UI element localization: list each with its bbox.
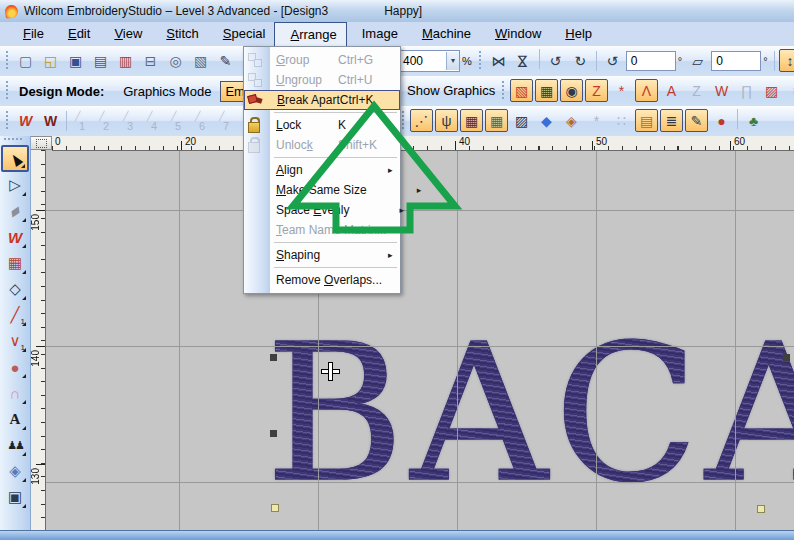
run-digitize-tool[interactable]: ╱1 [2, 302, 28, 328]
embroidery-lettering-object[interactable]: BACA [265, 319, 794, 509]
skew-icon[interactable]: ▱ [686, 49, 709, 72]
rotate-reset-icon[interactable]: ↺ [601, 49, 624, 72]
show-bitmap-icon[interactable]: ▨ [510, 109, 533, 132]
show-guides-icon[interactable]: ▦ [485, 109, 508, 132]
export-design-icon[interactable]: ▥ [114, 50, 137, 73]
select-tool[interactable]: ▲ [1, 145, 29, 172]
menu-view[interactable]: View [99, 22, 151, 46]
e-stitch-icon[interactable]: * [610, 79, 633, 102]
gridline-horizontal [45, 482, 794, 483]
selection-handle[interactable] [757, 505, 765, 513]
knife-tool[interactable]: ▰ [2, 198, 28, 224]
menu-item-align[interactable]: Align▸ [244, 160, 400, 180]
menu-item-make-same-size[interactable]: Make Same Size▸ [244, 180, 400, 200]
menu-arrange[interactable]: Arrange [274, 22, 346, 46]
satin-stitch-icon[interactable]: ▧ [510, 79, 533, 102]
reshape-nodes-tool[interactable]: ◇ [2, 276, 28, 302]
rotate-cw-icon[interactable]: ↻ [569, 49, 592, 72]
print-preview-icon[interactable]: ◎ [164, 50, 187, 73]
bottom-scroll-strip[interactable] [0, 530, 794, 540]
toolbar-grip[interactable] [5, 81, 10, 101]
triple-run-tool[interactable]: ∨1 [2, 328, 28, 354]
toolbar-grip[interactable] [5, 51, 10, 71]
menu-machine[interactable]: Machine [407, 22, 480, 46]
menu-edit[interactable]: Edit [53, 22, 99, 46]
program-split-icon: ▨ [760, 79, 783, 102]
lettering-colors-icon[interactable]: W [14, 110, 37, 133]
circle-tool[interactable]: ● [2, 354, 28, 380]
stemstitch-icon[interactable]: W [710, 79, 733, 102]
zoom-level-combobox[interactable]: 400 ▾ [398, 50, 460, 72]
team-names-tool[interactable]: ♟♟ [2, 432, 28, 458]
punch-tool-icon[interactable]: ✎ [214, 50, 237, 73]
tatami-stitch-icon[interactable]: ▦ [535, 79, 558, 102]
toolbox-grip[interactable] [4, 138, 24, 144]
object-properties-icon[interactable]: ✎ [685, 109, 708, 132]
show-design-icon[interactable]: ◈ [560, 109, 583, 132]
ring-tool[interactable]: ∩ [2, 380, 28, 406]
show-bitmap-icon: ▨ [515, 113, 528, 129]
menu-window[interactable]: Window [480, 22, 550, 46]
color-film-icon[interactable]: ▤ [635, 109, 658, 132]
selection-handle[interactable] [270, 430, 277, 437]
stitch-bars-icon[interactable]: ≣ [660, 109, 683, 132]
graphics-mode-button[interactable]: Graphics Mode [114, 81, 220, 102]
auto-underlay-icon[interactable]: ↕ [779, 49, 794, 72]
tatami-stitch-icon: ▦ [540, 83, 553, 99]
menu-help[interactable]: Help [550, 22, 601, 46]
rotate-ccw-icon[interactable]: ↺ [544, 49, 567, 72]
show-graphics-button[interactable]: Show Graphics [398, 80, 504, 101]
lettering-edit-tool[interactable]: W [2, 224, 28, 250]
ruler-horizontal[interactable]: 020405060 [52, 136, 794, 151]
border-tool[interactable]: ▣ [2, 484, 28, 510]
new-design-icon[interactable]: ▢ [14, 50, 37, 73]
monogram-tool[interactable]: ◈ [2, 458, 28, 484]
needle-points-icon[interactable]: ψ [435, 109, 458, 132]
print-icon[interactable]: ⊟ [139, 50, 162, 73]
menu-special[interactable]: Special [208, 22, 275, 46]
menu-item-shaping[interactable]: Shaping▸ [244, 245, 400, 265]
group-icon [244, 52, 270, 68]
zigzag-stitch-icon[interactable]: Z [585, 79, 608, 102]
menu-item-lock[interactable]: LockK [244, 115, 400, 135]
selection-handle[interactable] [271, 504, 279, 512]
ruler-origin-button[interactable] [30, 136, 52, 150]
menu-image[interactable]: Image [347, 22, 407, 46]
lettering-tool[interactable]: A [2, 406, 28, 432]
mirror-horizontal-icon[interactable]: ⋈ [487, 49, 510, 72]
open-design-icon[interactable]: ◱ [39, 50, 62, 73]
menu-item-space-evenly[interactable]: Space Evenly▸ [244, 200, 400, 220]
show-grid-icon[interactable]: ▦ [460, 109, 483, 132]
toolbar-grip[interactable] [501, 81, 506, 101]
menu-item-align-label-accelerator: A [276, 163, 284, 177]
menu-stitch[interactable]: Stitch [151, 22, 208, 46]
insert-design-icon[interactable]: ▤ [89, 50, 112, 73]
contour-stitch-icon[interactable]: Λ [635, 79, 658, 102]
show-vectors-icon[interactable]: ◆ [535, 109, 558, 132]
ruler-vertical[interactable]: 150140130 [30, 150, 46, 531]
menu-item-remove-overlaps[interactable]: Remove Overlaps... [244, 270, 400, 290]
save-design-icon[interactable]: ▣ [64, 50, 87, 73]
menu-file[interactable]: File [8, 22, 53, 46]
motif-fill-icon[interactable]: ◉ [560, 79, 583, 102]
stitch-block-tool[interactable]: ▦ [2, 250, 28, 276]
pointer-stitch-icon[interactable]: ⋰ [410, 109, 433, 132]
menu-item-break-apart[interactable]: Break ApartCtrl+K [244, 90, 400, 110]
travel-tool-icon[interactable]: ♣ [742, 109, 765, 132]
mirror-vertical-icon[interactable]: ⋈ [512, 49, 535, 72]
design-canvas[interactable]: BACA [45, 150, 794, 531]
toolbar-grip[interactable] [401, 111, 406, 131]
menu-item-group-shortcut: Ctrl+G [338, 53, 388, 67]
chevron-down-icon[interactable]: ▾ [446, 52, 459, 70]
skew-angle-input[interactable]: 0 [711, 51, 761, 71]
selection-handle[interactable] [783, 354, 790, 361]
auto-start-end-icon[interactable]: ● [710, 109, 733, 132]
thread-colors-icon[interactable]: W [39, 110, 62, 133]
toolbar-grip[interactable] [478, 51, 483, 71]
applique-icon[interactable]: A [660, 79, 683, 102]
rotate-angle-input[interactable]: 0 [626, 51, 676, 71]
reshape-tool[interactable]: ▷ [2, 172, 28, 198]
send-to-machine-icon[interactable]: ▧ [189, 50, 212, 73]
selection-handle[interactable] [270, 354, 277, 361]
toolbar-grip[interactable] [5, 111, 10, 131]
